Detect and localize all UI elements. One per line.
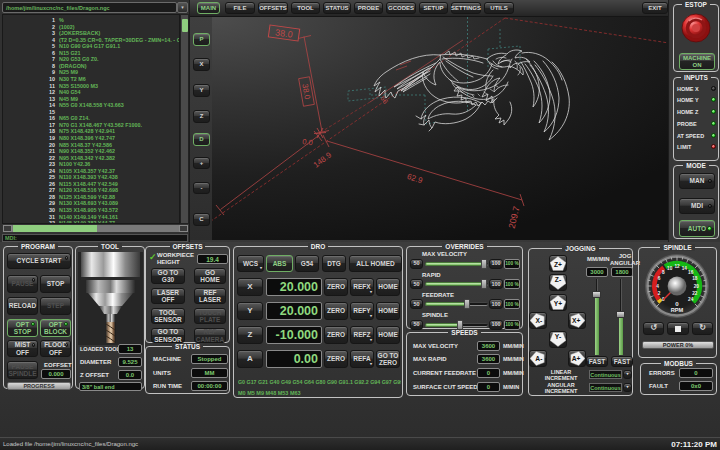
svg-text:16: 16	[688, 270, 694, 275]
svg-text:148.9: 148.9	[312, 150, 334, 170]
svg-text:X-: X-	[536, 317, 543, 324]
svg-text:6: 6	[658, 276, 661, 281]
svg-text:RPM: RPM	[671, 307, 684, 313]
svg-text:Y-: Y-	[554, 334, 560, 341]
svg-text:Y+: Y+	[553, 300, 561, 307]
svg-text:Z-: Z-	[554, 277, 560, 284]
svg-text:0: 0	[675, 300, 679, 307]
svg-text:2: 2	[658, 291, 661, 296]
svg-text:8: 8	[662, 270, 665, 275]
svg-text:24: 24	[688, 297, 694, 302]
svg-text:0.0: 0.0	[302, 137, 314, 147]
svg-text:22: 22	[692, 291, 698, 296]
svg-text:Z+: Z+	[554, 261, 562, 268]
svg-text:62.9: 62.9	[406, 172, 424, 186]
svg-text:A+: A+	[572, 355, 581, 362]
svg-text:12: 12	[674, 264, 680, 269]
svg-text:10: 10	[667, 266, 673, 271]
svg-text:A-: A-	[535, 355, 542, 362]
svg-text:X+: X+	[572, 317, 580, 324]
svg-text:4: 4	[656, 284, 659, 289]
svg-text:20: 20	[694, 284, 700, 289]
svg-text:209.7: 209.7	[507, 205, 522, 229]
svg-text:14: 14	[682, 266, 688, 271]
svg-text:18: 18	[692, 276, 698, 281]
